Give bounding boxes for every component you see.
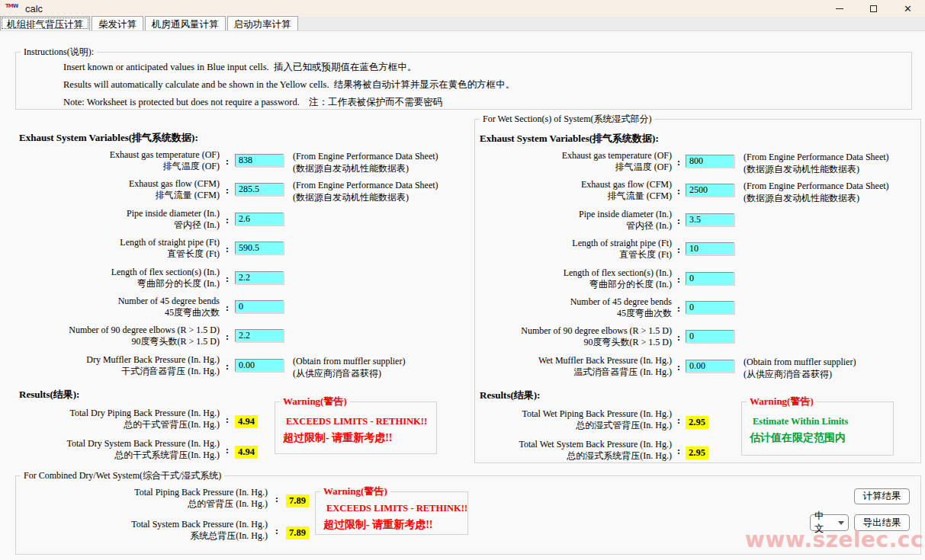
- result-label-zh: 总的干式系统背压(In. Hg.): [15, 450, 220, 461]
- colon: :: [220, 208, 235, 226]
- minimize-button[interactable]: [822, 0, 856, 17]
- field-label-zh: 排气流量 (CFM): [15, 190, 220, 201]
- field-row-dry-exhaust-temp: Exhaust gas temperature (OF)排气温度 (OF) : …: [15, 149, 473, 178]
- tab-starting-power-calc[interactable]: 启动功率计算: [227, 16, 298, 30]
- result-label-zh: 总的湿式管背压(In. Hg.): [475, 420, 672, 431]
- field-label-en: Number of 45 degree bends: [475, 296, 672, 308]
- field-row-wet-90-elbows: Number of 90 degree elbows (R > 1.5 D)90…: [475, 325, 920, 354]
- field-label-zh: 45度弯曲次数: [475, 308, 672, 319]
- tab-diesel-calc[interactable]: 柴发计算: [92, 16, 143, 30]
- field-row-dry-90-elbows: Number of 90 degree elbows (R > 1.5 D)90…: [15, 325, 473, 354]
- field-label-en: Pipe inside diameter (In.): [475, 209, 672, 220]
- colon: :: [220, 237, 235, 255]
- field-label-en: Wet Muffler Back Pressure (In. Hg.): [475, 355, 672, 366]
- colon: :: [672, 439, 686, 457]
- tab-ventilation-calc[interactable]: 机房通风量计算: [145, 16, 226, 30]
- dry-exhaust-flow-input[interactable]: [235, 183, 284, 196]
- field-label-en: Number of 90 degree elbows (R > 1.5 D): [475, 325, 672, 337]
- colon: :: [220, 325, 235, 343]
- wet-section-header: Exhaust System Variables(排气系统数据):: [480, 132, 920, 150]
- dry-45-bends-input[interactable]: [235, 300, 284, 313]
- colon: :: [220, 408, 235, 426]
- field-row-wet-45-bends: Number of 45 degree bends45度弯曲次数 :: [475, 296, 920, 325]
- tab-bar: 机组排气背压计算 柴发计算 机房通风量计算 启动功率计算: [0, 17, 925, 31]
- wet-muffler-bp-input[interactable]: [686, 360, 734, 373]
- field-row-dry-muffler-bp: Dry Muffler Back Pressure (In. Hg.)干式消音器…: [15, 354, 473, 383]
- wet-straight-pipe-input[interactable]: [686, 242, 734, 255]
- result-label-en: Total System Back Pressure (In. Hg.): [47, 519, 268, 530]
- watermark: www.szelec.cc: [745, 527, 923, 552]
- result-label-zh: 总的湿式系统背压(In. Hg.): [475, 450, 672, 462]
- field-label-zh: 弯曲部分的长度 (In.): [475, 279, 672, 290]
- field-label-zh: 管内径 (In.): [475, 220, 672, 232]
- dry-section-header: Exhaust System Variables(排气系统数据):: [19, 131, 473, 149]
- wet-piping-bp-value: 2.95: [686, 416, 708, 429]
- field-label-zh: 45度弯曲次数: [15, 307, 220, 318]
- wet-exhaust-temp-input[interactable]: [686, 155, 734, 168]
- colon: :: [672, 408, 686, 427]
- wet-system-bp-value: 2.95: [686, 446, 708, 459]
- field-row-wet-muffler-bp: Wet Muffler Back Pressure (In. Hg.)温式消音器…: [475, 355, 920, 384]
- dry-pipe-diameter-input[interactable]: [235, 213, 284, 226]
- wet-warning-line1: Estimate Within Limits: [753, 416, 893, 427]
- dry-90-elbows-input[interactable]: [235, 329, 284, 342]
- field-note-zh: (从供应商消音器获得): [744, 368, 856, 380]
- field-label-en: Dry Muffler Back Pressure (In. Hg.): [15, 354, 220, 366]
- field-label-zh: 弯曲部分的长度 (In.): [15, 278, 220, 290]
- combined-warning-box: Warning(警告) EXCEEDS LIMITS - RETHINK!! 超…: [315, 485, 468, 535]
- dry-warning-line2: 超过限制- 请重新考虑!!: [283, 431, 436, 445]
- instructions-legend: Instructions(说明):: [21, 46, 97, 59]
- wet-45-bends-input[interactable]: [686, 301, 734, 314]
- field-note-en: (Obtain from muffler supplier): [293, 355, 405, 367]
- field-row-dry-45-bends: Number of 45 degree bends45度弯曲次数 :: [15, 296, 473, 325]
- field-row-dry-straight-pipe: Length of straight pipe (Ft)直管长度 (Ft) :: [15, 237, 473, 266]
- field-note-en: (Obtain from muffler supplier): [744, 356, 856, 368]
- colon: :: [672, 296, 686, 315]
- field-label-zh: 干式消音器背压 (In. Hg.): [15, 366, 220, 377]
- dry-muffler-bp-input[interactable]: [235, 359, 284, 372]
- app-icon-red: TM: [5, 4, 13, 13]
- chevron-down-icon: [838, 521, 844, 525]
- field-note-zh: (数据源自发动机性能数据表): [293, 162, 438, 174]
- combined-system-bp-value: 7.89: [286, 526, 309, 539]
- dry-system-bp-value: 4.94: [235, 446, 258, 459]
- wet-pipe-diameter-input[interactable]: [686, 213, 734, 226]
- wet-flex-length-input[interactable]: [686, 272, 734, 285]
- instructions-line-2: Results will automatically calculate and…: [63, 76, 911, 94]
- field-label-en: Length of straight pipe (Ft): [475, 238, 672, 249]
- minimize-icon: [836, 8, 843, 9]
- dry-warning-box: Warning(警告) EXCEEDS LIMITS - RETHINK!! 超…: [275, 395, 437, 454]
- field-row-dry-pipe-diameter: Pipe inside diameter (In.)管内径 (In.) :: [15, 208, 473, 237]
- window-title: calc: [25, 3, 43, 14]
- dry-straight-pipe-input[interactable]: [235, 242, 284, 254]
- field-row-wet-pipe-diameter: Pipe inside diameter (In.)管内径 (In.) :: [475, 209, 920, 238]
- wet-exhaust-flow-input[interactable]: [686, 184, 734, 197]
- close-button[interactable]: ✕: [891, 0, 925, 17]
- field-row-wet-straight-pipe: Length of straight pipe (Ft)直管长度 (Ft) :: [475, 238, 920, 267]
- dry-flex-length-input[interactable]: [235, 271, 284, 284]
- colon: :: [268, 519, 286, 537]
- wet-90-elbows-input[interactable]: [686, 330, 734, 343]
- instructions-group: Instructions(说明): Insert known or antici…: [15, 46, 912, 110]
- field-label-en: Number of 90 degree elbows (R > 1.5 D): [15, 325, 220, 336]
- tab-exhaust-backpressure[interactable]: 机组排气背压计算: [0, 16, 90, 30]
- combined-piping-bp-value: 7.89: [286, 494, 309, 507]
- field-label-en: Length of flex section(s) (In.): [475, 267, 672, 279]
- maximize-button[interactable]: [856, 0, 891, 17]
- field-note-en: (From Engine Performance Data Sheet): [293, 150, 438, 162]
- colon: :: [672, 150, 686, 168]
- colon: :: [220, 149, 235, 168]
- field-note-zh: (数据源自发动机性能数据表): [293, 191, 438, 203]
- field-label-en: Length of straight pipe (Ft): [15, 237, 220, 248]
- field-label-en: Pipe inside diameter (In.): [15, 208, 220, 219]
- dry-exhaust-temp-input[interactable]: [235, 154, 284, 167]
- wet-warning-legend: Warning(警告): [747, 395, 817, 408]
- field-note-en: (From Engine Performance Data Sheet): [744, 151, 889, 163]
- result-label-en: Total Wet System Back Pressure (In. Hg.): [475, 439, 672, 450]
- maximize-icon: [870, 5, 877, 12]
- wet-section-legend: For Wet Section(s) of System(系统湿式部分): [480, 113, 654, 126]
- field-label-en: Exhaust gas flow (CFM): [475, 179, 672, 190]
- field-label-en: Exhaust gas temperature (OF): [475, 150, 672, 162]
- result-row-combined-piping-bp: Total Piping Back Pressure (In. Hg.)总的管背…: [47, 487, 920, 519]
- calculate-button[interactable]: 计算结果: [854, 488, 910, 504]
